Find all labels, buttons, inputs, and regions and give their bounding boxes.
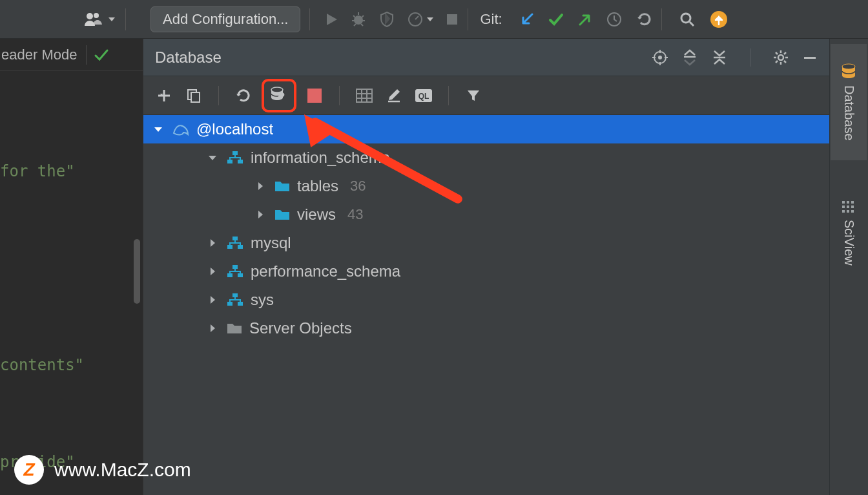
add-configuration-label: Add Configuration... — [163, 11, 288, 28]
svg-rect-20 — [232, 151, 238, 155]
tree-folder-tables[interactable]: tables 36 — [143, 172, 829, 200]
chevron-right-icon — [205, 266, 220, 277]
svg-point-0 — [87, 13, 93, 19]
database-panel: Database — [143, 39, 829, 495]
mysql-dolphin-icon — [172, 121, 190, 137]
edit-icon[interactable] — [382, 84, 406, 107]
tree-schema-sys[interactable]: sys — [143, 286, 829, 314]
add-configuration-button[interactable]: Add Configuration... — [150, 6, 300, 32]
tree-root-localhost[interactable]: @localhost — [143, 115, 829, 143]
svg-rect-42 — [847, 210, 849, 213]
svg-rect-40 — [851, 205, 854, 208]
svg-rect-39 — [847, 205, 849, 208]
side-tab-sciview-label: SciView — [842, 220, 856, 266]
svg-rect-35 — [842, 201, 845, 204]
profiler-dropdown-icon[interactable] — [407, 11, 434, 28]
svg-point-9 — [658, 56, 662, 59]
duplicate-icon[interactable] — [182, 84, 205, 107]
sync-badge-icon[interactable] — [710, 10, 728, 28]
sciview-side-icon — [842, 200, 856, 215]
separator — [661, 8, 662, 30]
folder-icon — [274, 180, 291, 193]
tree-server-objects-label: Server Objects — [249, 319, 352, 337]
svg-rect-28 — [238, 273, 243, 277]
data-source-properties-button[interactable] — [262, 79, 296, 112]
database-panel-header: Database — [143, 39, 829, 76]
scrollbar-thumb[interactable] — [134, 239, 140, 304]
user-dropdown[interactable] — [84, 12, 116, 27]
code-text: for the" — [0, 155, 75, 187]
coverage-icon[interactable] — [378, 11, 395, 28]
svg-rect-23 — [232, 237, 238, 240]
tree-schema-performance-schema[interactable]: performance_schema — [143, 257, 829, 286]
query-console-icon[interactable]: QL — [412, 84, 435, 107]
svg-rect-31 — [238, 302, 243, 306]
tree-folder-views[interactable]: views 43 — [143, 200, 829, 229]
debug-icon[interactable] — [350, 11, 367, 28]
git-push-icon[interactable] — [577, 12, 593, 27]
gear-icon[interactable] — [772, 49, 789, 66]
tree-schema-information-schema[interactable]: information_schema — [143, 143, 829, 172]
svg-rect-37 — [851, 201, 854, 204]
git-commit-icon[interactable] — [548, 11, 564, 28]
svg-rect-38 — [842, 205, 845, 208]
side-tab-sciview[interactable]: SciView — [831, 181, 867, 284]
watermark: Z www.MacZ.com — [14, 455, 191, 485]
tree-server-objects[interactable]: Server Objects — [143, 314, 829, 342]
git-revert-icon[interactable] — [636, 11, 652, 28]
code-text: contents" — [0, 349, 84, 381]
add-datasource-icon[interactable] — [152, 84, 176, 107]
run-icon[interactable] — [324, 12, 338, 26]
side-tab-database[interactable]: Database — [831, 44, 867, 160]
svg-rect-25 — [238, 245, 243, 249]
chevron-down-icon — [205, 152, 220, 163]
svg-rect-30 — [227, 302, 232, 306]
git-pull-icon[interactable] — [519, 12, 535, 27]
reader-mode-label: eader Mode — [0, 47, 77, 63]
git-history-icon[interactable] — [606, 11, 623, 28]
svg-text:QL: QL — [418, 92, 429, 101]
database-panel-title: Database — [155, 48, 652, 67]
svg-rect-13 — [191, 92, 200, 102]
refresh-icon[interactable] — [232, 84, 255, 107]
editor-panel: eader Mode for the" contents" provide" e… — [0, 39, 143, 495]
collapse-all-icon[interactable] — [711, 49, 728, 66]
svg-rect-24 — [227, 245, 232, 249]
right-tool-tabs: Database SciView — [829, 39, 868, 495]
database-tree[interactable]: @localhost information_schema tables 36 — [143, 115, 829, 495]
separator — [125, 8, 126, 30]
watermark-text: www.MacZ.com — [54, 459, 191, 481]
svg-rect-4 — [447, 14, 457, 25]
separator — [468, 8, 468, 30]
check-icon[interactable] — [93, 47, 110, 63]
svg-rect-41 — [842, 210, 845, 213]
chevron-right-icon — [253, 180, 267, 192]
chevron-down-icon — [151, 123, 165, 135]
svg-rect-17 — [356, 89, 372, 102]
stop-icon[interactable] — [446, 13, 459, 26]
target-icon[interactable] — [652, 49, 668, 66]
stop-red-icon[interactable] — [303, 84, 326, 107]
schema-icon — [226, 264, 244, 279]
filter-icon[interactable] — [462, 84, 485, 107]
chevron-right-icon — [205, 237, 220, 249]
main-toolbar: Add Configuration... Git: — [0, 0, 868, 39]
tree-count: 36 — [350, 178, 366, 195]
tree-schema-label: performance_schema — [251, 262, 400, 280]
chevron-right-icon — [205, 322, 220, 334]
tree-count: 43 — [347, 206, 363, 223]
svg-point-1 — [94, 13, 99, 18]
database-side-icon — [841, 63, 856, 80]
minimize-icon[interactable] — [802, 50, 818, 65]
search-icon[interactable] — [679, 11, 696, 28]
watermark-badge: Z — [14, 455, 44, 485]
folder-gray-icon — [226, 322, 243, 335]
table-view-icon[interactable] — [353, 84, 376, 107]
svg-rect-36 — [847, 201, 849, 204]
code-area[interactable]: for the" contents" provide" e names. " — [0, 71, 143, 495]
svg-rect-22 — [238, 160, 243, 163]
tree-folder-label: tables — [297, 177, 338, 195]
tree-schema-mysql[interactable]: mysql — [143, 229, 829, 257]
expand-all-icon[interactable] — [681, 49, 698, 66]
editor-header: eader Mode — [0, 39, 143, 71]
